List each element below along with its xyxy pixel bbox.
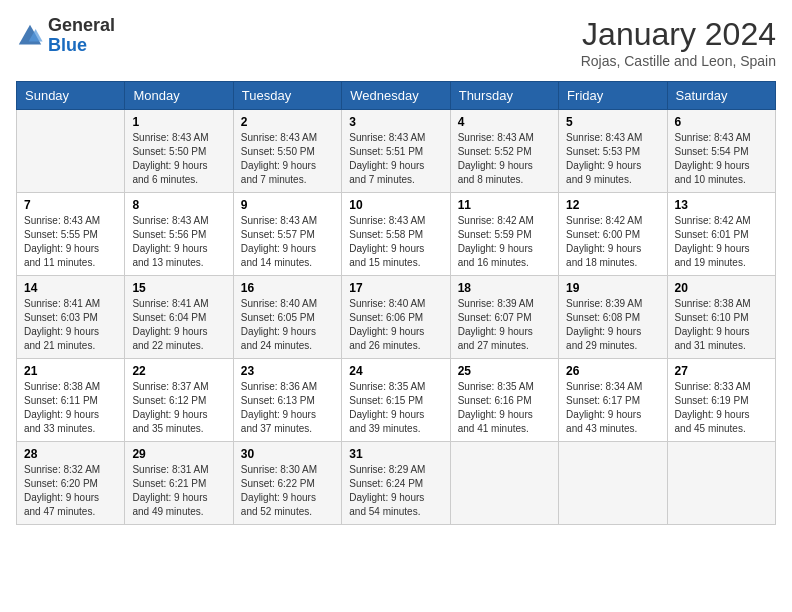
calendar-cell bbox=[450, 442, 558, 525]
calendar-cell: 4Sunrise: 8:43 AMSunset: 5:52 PMDaylight… bbox=[450, 110, 558, 193]
calendar-cell: 22Sunrise: 8:37 AMSunset: 6:12 PMDayligh… bbox=[125, 359, 233, 442]
calendar-cell: 12Sunrise: 8:42 AMSunset: 6:00 PMDayligh… bbox=[559, 193, 667, 276]
day-number: 11 bbox=[458, 198, 551, 212]
weekday-header: Monday bbox=[125, 82, 233, 110]
daylight: Daylight: 9 hours and 54 minutes. bbox=[349, 492, 424, 517]
calendar-cell: 3Sunrise: 8:43 AMSunset: 5:51 PMDaylight… bbox=[342, 110, 450, 193]
calendar-cell bbox=[559, 442, 667, 525]
day-info: Sunrise: 8:36 AMSunset: 6:13 PMDaylight:… bbox=[241, 380, 334, 436]
sunset: Sunset: 6:20 PM bbox=[24, 478, 98, 489]
calendar-cell: 17Sunrise: 8:40 AMSunset: 6:06 PMDayligh… bbox=[342, 276, 450, 359]
day-number: 29 bbox=[132, 447, 225, 461]
day-info: Sunrise: 8:43 AMSunset: 5:50 PMDaylight:… bbox=[132, 131, 225, 187]
sunrise: Sunrise: 8:41 AM bbox=[24, 298, 100, 309]
sunset: Sunset: 6:07 PM bbox=[458, 312, 532, 323]
day-number: 22 bbox=[132, 364, 225, 378]
day-info: Sunrise: 8:43 AMSunset: 5:58 PMDaylight:… bbox=[349, 214, 442, 270]
weekday-header: Wednesday bbox=[342, 82, 450, 110]
sunset: Sunset: 6:06 PM bbox=[349, 312, 423, 323]
logo-blue: Blue bbox=[48, 36, 115, 56]
sunrise: Sunrise: 8:40 AM bbox=[349, 298, 425, 309]
calendar-cell: 9Sunrise: 8:43 AMSunset: 5:57 PMDaylight… bbox=[233, 193, 341, 276]
sunrise: Sunrise: 8:31 AM bbox=[132, 464, 208, 475]
day-info: Sunrise: 8:43 AMSunset: 5:50 PMDaylight:… bbox=[241, 131, 334, 187]
sunrise: Sunrise: 8:38 AM bbox=[675, 298, 751, 309]
day-info: Sunrise: 8:43 AMSunset: 5:56 PMDaylight:… bbox=[132, 214, 225, 270]
day-info: Sunrise: 8:30 AMSunset: 6:22 PMDaylight:… bbox=[241, 463, 334, 519]
weekday-header: Tuesday bbox=[233, 82, 341, 110]
daylight: Daylight: 9 hours and 13 minutes. bbox=[132, 243, 207, 268]
daylight: Daylight: 9 hours and 29 minutes. bbox=[566, 326, 641, 351]
sunrise: Sunrise: 8:35 AM bbox=[458, 381, 534, 392]
sunset: Sunset: 6:01 PM bbox=[675, 229, 749, 240]
daylight: Daylight: 9 hours and 35 minutes. bbox=[132, 409, 207, 434]
calendar-header: SundayMondayTuesdayWednesdayThursdayFrid… bbox=[17, 82, 776, 110]
calendar-cell bbox=[17, 110, 125, 193]
calendar-cell: 1Sunrise: 8:43 AMSunset: 5:50 PMDaylight… bbox=[125, 110, 233, 193]
daylight: Daylight: 9 hours and 37 minutes. bbox=[241, 409, 316, 434]
daylight: Daylight: 9 hours and 39 minutes. bbox=[349, 409, 424, 434]
sunset: Sunset: 6:08 PM bbox=[566, 312, 640, 323]
sunrise: Sunrise: 8:36 AM bbox=[241, 381, 317, 392]
sunrise: Sunrise: 8:43 AM bbox=[675, 132, 751, 143]
sunrise: Sunrise: 8:40 AM bbox=[241, 298, 317, 309]
title-block: January 2024 Rojas, Castille and Leon, S… bbox=[581, 16, 776, 69]
logo-general: General bbox=[48, 16, 115, 36]
day-number: 23 bbox=[241, 364, 334, 378]
sunset: Sunset: 6:16 PM bbox=[458, 395, 532, 406]
day-info: Sunrise: 8:43 AMSunset: 5:55 PMDaylight:… bbox=[24, 214, 117, 270]
day-info: Sunrise: 8:33 AMSunset: 6:19 PMDaylight:… bbox=[675, 380, 768, 436]
daylight: Daylight: 9 hours and 8 minutes. bbox=[458, 160, 533, 185]
day-number: 7 bbox=[24, 198, 117, 212]
calendar-cell: 14Sunrise: 8:41 AMSunset: 6:03 PMDayligh… bbox=[17, 276, 125, 359]
calendar-cell: 13Sunrise: 8:42 AMSunset: 6:01 PMDayligh… bbox=[667, 193, 775, 276]
sunset: Sunset: 5:56 PM bbox=[132, 229, 206, 240]
day-info: Sunrise: 8:41 AMSunset: 6:04 PMDaylight:… bbox=[132, 297, 225, 353]
daylight: Daylight: 9 hours and 7 minutes. bbox=[349, 160, 424, 185]
calendar-cell: 18Sunrise: 8:39 AMSunset: 6:07 PMDayligh… bbox=[450, 276, 558, 359]
day-info: Sunrise: 8:34 AMSunset: 6:17 PMDaylight:… bbox=[566, 380, 659, 436]
sunrise: Sunrise: 8:41 AM bbox=[132, 298, 208, 309]
day-number: 18 bbox=[458, 281, 551, 295]
sunrise: Sunrise: 8:43 AM bbox=[241, 132, 317, 143]
daylight: Daylight: 9 hours and 47 minutes. bbox=[24, 492, 99, 517]
calendar-cell: 20Sunrise: 8:38 AMSunset: 6:10 PMDayligh… bbox=[667, 276, 775, 359]
day-info: Sunrise: 8:39 AMSunset: 6:07 PMDaylight:… bbox=[458, 297, 551, 353]
day-number: 10 bbox=[349, 198, 442, 212]
sunset: Sunset: 5:54 PM bbox=[675, 146, 749, 157]
logo-icon bbox=[16, 22, 44, 50]
calendar-cell: 31Sunrise: 8:29 AMSunset: 6:24 PMDayligh… bbox=[342, 442, 450, 525]
day-info: Sunrise: 8:35 AMSunset: 6:16 PMDaylight:… bbox=[458, 380, 551, 436]
sunset: Sunset: 5:59 PM bbox=[458, 229, 532, 240]
sunrise: Sunrise: 8:43 AM bbox=[132, 215, 208, 226]
day-number: 16 bbox=[241, 281, 334, 295]
calendar-cell: 11Sunrise: 8:42 AMSunset: 5:59 PMDayligh… bbox=[450, 193, 558, 276]
day-number: 4 bbox=[458, 115, 551, 129]
daylight: Daylight: 9 hours and 18 minutes. bbox=[566, 243, 641, 268]
day-info: Sunrise: 8:41 AMSunset: 6:03 PMDaylight:… bbox=[24, 297, 117, 353]
day-number: 3 bbox=[349, 115, 442, 129]
calendar-week-row: 21Sunrise: 8:38 AMSunset: 6:11 PMDayligh… bbox=[17, 359, 776, 442]
day-info: Sunrise: 8:43 AMSunset: 5:52 PMDaylight:… bbox=[458, 131, 551, 187]
calendar-cell: 8Sunrise: 8:43 AMSunset: 5:56 PMDaylight… bbox=[125, 193, 233, 276]
day-info: Sunrise: 8:43 AMSunset: 5:54 PMDaylight:… bbox=[675, 131, 768, 187]
weekday-header: Sunday bbox=[17, 82, 125, 110]
day-number: 12 bbox=[566, 198, 659, 212]
day-info: Sunrise: 8:43 AMSunset: 5:57 PMDaylight:… bbox=[241, 214, 334, 270]
sunrise: Sunrise: 8:37 AM bbox=[132, 381, 208, 392]
calendar-cell: 2Sunrise: 8:43 AMSunset: 5:50 PMDaylight… bbox=[233, 110, 341, 193]
day-info: Sunrise: 8:39 AMSunset: 6:08 PMDaylight:… bbox=[566, 297, 659, 353]
sunset: Sunset: 5:52 PM bbox=[458, 146, 532, 157]
day-number: 24 bbox=[349, 364, 442, 378]
daylight: Daylight: 9 hours and 26 minutes. bbox=[349, 326, 424, 351]
page-header: General Blue January 2024 Rojas, Castill… bbox=[16, 16, 776, 69]
calendar-cell: 10Sunrise: 8:43 AMSunset: 5:58 PMDayligh… bbox=[342, 193, 450, 276]
day-number: 20 bbox=[675, 281, 768, 295]
calendar-week-row: 1Sunrise: 8:43 AMSunset: 5:50 PMDaylight… bbox=[17, 110, 776, 193]
day-number: 31 bbox=[349, 447, 442, 461]
sunset: Sunset: 6:15 PM bbox=[349, 395, 423, 406]
calendar-cell: 7Sunrise: 8:43 AMSunset: 5:55 PMDaylight… bbox=[17, 193, 125, 276]
sunrise: Sunrise: 8:30 AM bbox=[241, 464, 317, 475]
day-number: 1 bbox=[132, 115, 225, 129]
day-info: Sunrise: 8:43 AMSunset: 5:51 PMDaylight:… bbox=[349, 131, 442, 187]
